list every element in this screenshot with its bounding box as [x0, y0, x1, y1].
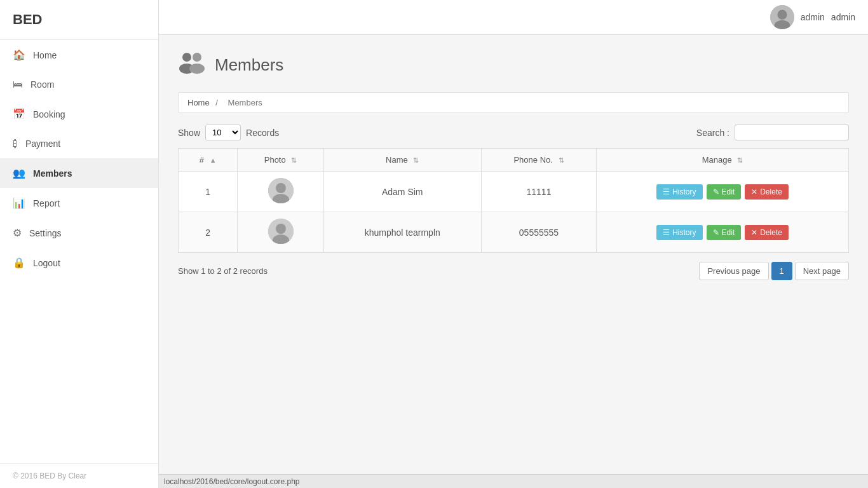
username2: admin: [831, 12, 855, 22]
cell-photo: [238, 172, 323, 212]
sort-icon-photo: ⇅: [291, 156, 297, 165]
table-header-row: # ▲ Photo ⇅ Name ⇅ Phone No. ⇅: [179, 149, 849, 172]
delete-button[interactable]: ✕ Delete: [745, 225, 789, 240]
pagination-buttons: Previous page 1 Next page: [699, 262, 849, 280]
sidebar-item-label: Booking: [33, 109, 65, 119]
svg-point-5: [193, 53, 201, 62]
table-row: 2 khumphol tearmpln 05555555: [179, 212, 849, 253]
history-icon: ☰: [663, 187, 670, 196]
main-area: admin admin Members Home / Members: [159, 0, 868, 488]
sidebar-item-label: Members: [33, 168, 72, 179]
statusbar: localhost/2016/bed/core/logout.core.php: [159, 474, 868, 488]
search-input[interactable]: [735, 125, 849, 140]
pagination-info: Show 1 to 2 of 2 records: [178, 266, 268, 276]
show-label: Show: [178, 128, 200, 138]
prev-page-button[interactable]: Previous page: [699, 262, 768, 280]
sidebar-item-booking[interactable]: 📅 Booking: [0, 99, 158, 129]
sidebar-item-label: Room: [31, 79, 54, 90]
user-info: admin admin: [770, 5, 855, 29]
edit-button[interactable]: ✎ Edit: [707, 225, 742, 240]
sidebar-item-logout[interactable]: 🔒 Logout: [0, 248, 158, 278]
cell-manage: ☰ History ✎ Edit ✕ Delete: [597, 172, 849, 212]
edit-icon: ✎: [713, 187, 719, 196]
cell-num: 1: [179, 172, 238, 212]
edit-icon: ✎: [713, 228, 719, 237]
statusbar-url: localhost/2016/bed/core/logout.core.php: [164, 477, 300, 486]
booking-icon: 📅: [13, 108, 25, 120]
svg-point-1: [777, 10, 787, 20]
history-button[interactable]: ☰ History: [656, 184, 702, 200]
records-label: Records: [246, 128, 279, 138]
sidebar-item-members[interactable]: 👥 Members: [0, 158, 158, 188]
edit-button[interactable]: ✎ Edit: [707, 184, 742, 200]
sort-icon-name: ⇅: [413, 156, 419, 165]
page-header: Members: [178, 51, 849, 79]
app-logo: BED: [0, 0, 158, 40]
content-area: Members Home / Members Show 10 25 50 100…: [159, 35, 868, 474]
history-icon: ☰: [663, 228, 670, 237]
home-icon: 🏠: [13, 49, 25, 61]
page-1-button[interactable]: 1: [771, 262, 792, 280]
sort-icon-phone: ⇅: [559, 156, 564, 165]
search-bar: Search :: [696, 125, 849, 140]
members-table: # ▲ Photo ⇅ Name ⇅ Phone No. ⇅: [178, 148, 849, 253]
col-num: # ▲: [179, 149, 238, 172]
members-page-icon: [178, 51, 206, 79]
col-phone: Phone No. ⇅: [481, 149, 596, 172]
breadcrumb-home[interactable]: Home: [187, 98, 210, 107]
sort-icon-num: ▲: [210, 156, 217, 164]
svg-point-6: [189, 64, 205, 74]
settings-icon: ⚙: [13, 227, 22, 239]
controls-row: Show 10 25 50 100 Records Search :: [178, 125, 849, 140]
sidebar-item-payment[interactable]: ₿ Payment: [0, 129, 158, 158]
room-icon: 🛏: [13, 79, 23, 90]
show-records: Show 10 25 50 100 Records: [178, 125, 279, 140]
logout-icon: 🔒: [13, 257, 25, 269]
cell-num: 2: [179, 212, 238, 253]
pagination-row: Show 1 to 2 of 2 records Previous page 1…: [178, 262, 849, 280]
cell-phone: 11111: [481, 172, 596, 212]
table-row: 1 Adam Sim 11111: [179, 172, 849, 212]
members-icon: 👥: [13, 167, 25, 179]
member-avatar: [268, 178, 294, 203]
svg-point-3: [182, 53, 191, 62]
history-button[interactable]: ☰ History: [656, 225, 702, 240]
cell-name: Adam Sim: [323, 172, 481, 212]
sidebar-item-label: Logout: [33, 258, 60, 268]
username1: admin: [801, 12, 825, 22]
sidebar-item-label: Report: [33, 198, 60, 208]
report-icon: 📊: [13, 197, 25, 209]
col-photo: Photo ⇅: [238, 149, 323, 172]
action-buttons: ☰ History ✎ Edit ✕ Delete: [606, 225, 839, 240]
delete-button[interactable]: ✕ Delete: [745, 184, 789, 200]
cell-phone: 05555555: [481, 212, 596, 253]
breadcrumb: Home / Members: [178, 92, 849, 113]
next-page-button[interactable]: Next page: [795, 262, 849, 280]
sidebar-item-room[interactable]: 🛏 Room: [0, 70, 158, 99]
cell-name: khumphol tearmpln: [323, 212, 481, 253]
sidebar-item-report[interactable]: 📊 Report: [0, 188, 158, 218]
svg-point-11: [276, 224, 286, 234]
sidebar-item-label: Settings: [29, 228, 62, 238]
payment-icon: ₿: [13, 138, 18, 149]
svg-point-8: [276, 183, 286, 193]
breadcrumb-separator: /: [215, 98, 218, 107]
breadcrumb-current: Members: [228, 98, 262, 107]
delete-icon: ✕: [751, 187, 757, 196]
col-manage: Manage ⇅: [597, 149, 849, 172]
topbar: admin admin: [159, 0, 868, 35]
avatar: [770, 5, 794, 29]
member-avatar: [268, 219, 294, 244]
action-buttons: ☰ History ✎ Edit ✕ Delete: [606, 184, 839, 200]
cell-manage: ☰ History ✎ Edit ✕ Delete: [597, 212, 849, 253]
search-label: Search :: [696, 128, 729, 138]
sidebar: BED 🏠 Home 🛏 Room 📅 Booking ₿ Payment 👥 …: [0, 0, 159, 488]
sidebar-item-label: Payment: [25, 139, 60, 149]
delete-icon: ✕: [751, 228, 757, 237]
cell-photo: [238, 212, 323, 253]
sidebar-item-label: Home: [33, 50, 57, 60]
records-per-page-select[interactable]: 10 25 50 100: [205, 125, 241, 140]
sidebar-footer: © 2016 BED By Clear: [0, 463, 158, 488]
sidebar-item-home[interactable]: 🏠 Home: [0, 40, 158, 70]
sidebar-item-settings[interactable]: ⚙ Settings: [0, 218, 158, 248]
